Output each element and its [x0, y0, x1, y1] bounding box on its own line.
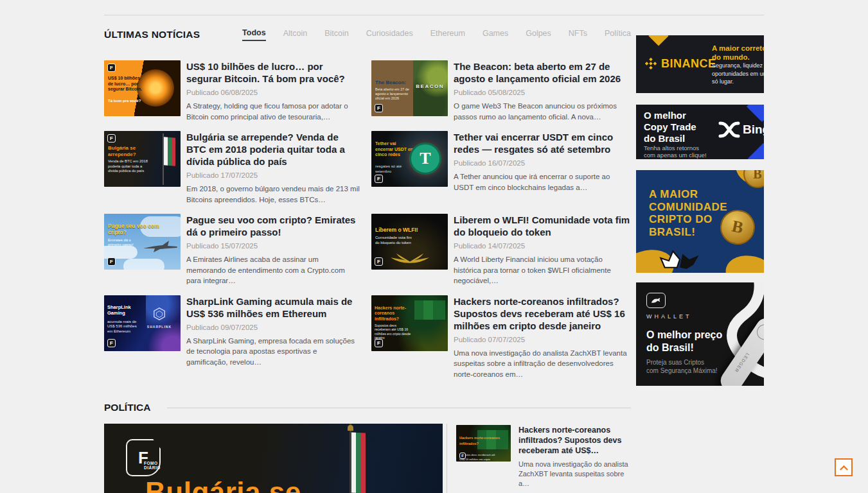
article-thumbnail[interactable]: F Liberem o WLFI! Comunidade vota fim do…	[371, 214, 448, 270]
published-date: 09/07/2025	[221, 324, 258, 331]
blue-corner-decoration	[747, 105, 764, 122]
article-published: Publicado16/07/2025	[454, 159, 631, 167]
binance-ad-banner[interactable]: BINANCE A maior corretora do mundo. Segu…	[636, 35, 764, 93]
article-excerpt: A Emirates Airlines acaba de assinar um …	[186, 254, 360, 286]
article-thumbnail[interactable]: F Hackers norte-coreanos infiltrados? Su…	[371, 295, 448, 351]
tab-altcoin[interactable]: Altcoin	[283, 29, 308, 40]
published-date: 05/08/2025	[488, 89, 526, 96]
article-title[interactable]: Hackers norte-coreanos infiltrados? Supo…	[518, 425, 631, 456]
fomo-diario-badge-icon: F	[375, 339, 383, 347]
article-thumbnail[interactable]: F Pague seu voo com cripto? Emirates dá …	[104, 214, 181, 270]
published-date: 06/08/2025	[221, 89, 258, 96]
thumb-subline: Comunidade vota fim do bloqueio do token	[375, 236, 414, 245]
politica-side-list: F Hackers norte-coreanos infiltrados? Su…	[456, 425, 631, 493]
ad-headline: CRIPTO DO	[649, 213, 727, 226]
article-thumbnail[interactable]: F US$ 10 bilhões de lucro… por segurar B…	[104, 60, 181, 116]
ad-headline: A maior corretora	[712, 44, 764, 53]
bitcoin-coin-icon: B	[743, 170, 764, 188]
thumb-headline: Liberem o WLFI!	[375, 227, 418, 233]
article-published: Publicado05/08/2025	[454, 89, 631, 96]
vertical-divider	[447, 424, 447, 493]
thumb-subline: Tá bom pra você?	[108, 99, 144, 103]
article-excerpt: O game Web3 The Beacon anunciou os próxi…	[454, 101, 631, 122]
article-thumbnail[interactable]: F SharpLink Gaming acumula mais de US$ 5…	[104, 295, 181, 351]
category-tabs: Todos Altcoin Bitcoin Curiosidades Ether…	[242, 28, 631, 41]
published-label: Publicado	[454, 159, 486, 167]
news-grid: F US$ 10 bilhões de lucro… por segurar B…	[104, 60, 631, 379]
tab-politica[interactable]: Política	[605, 29, 631, 40]
ad-headline: do Brasil!	[646, 342, 722, 354]
article-tether: F Tether vai encerrar USDT em cinco rede…	[371, 131, 631, 205]
scroll-to-top-button[interactable]	[835, 458, 853, 476]
published-date: 17/07/2025	[221, 171, 258, 179]
article-title[interactable]: Tether vai encerrar USDT em cinco redes …	[454, 131, 631, 155]
article-thumbnail[interactable]: F Hackers norte-coreanos infiltrados? Su…	[456, 425, 511, 462]
article-published: Publicado06/08/2025	[186, 89, 360, 96]
article-published: Publicado17/07/2025	[186, 171, 360, 179]
thumb-headline: Hackers norte-coreanos infiltrados?	[459, 435, 502, 446]
published-label: Publicado	[454, 89, 486, 96]
ad-body: só lugar.	[712, 78, 764, 86]
golden-eagle-icon	[389, 248, 430, 264]
flagpole-finial	[348, 425, 353, 431]
article-title[interactable]: The Beacon: beta aberto em 27 de agosto …	[454, 60, 631, 85]
fomo-diario-badge-icon: F	[107, 257, 116, 266]
crypto-community-ad-banner[interactable]: B B A MAIOR COMUNIDADE CRIPTO DO BRASIL!	[636, 170, 764, 273]
tab-nfts[interactable]: NFTs	[569, 29, 587, 40]
article-the-beacon: F The Beacon: Beta aberto em 27 de agost…	[371, 60, 631, 122]
article-thumbnail[interactable]: F The Beacon: Beta aberto em 27 de agost…	[371, 60, 448, 116]
published-label: Publicado	[186, 171, 219, 179]
bulgaria-flag-icon	[164, 137, 175, 166]
tether-coin-icon: T	[409, 143, 441, 175]
thumb-subline: Emirates dá o primeiro passo!	[108, 238, 139, 247]
ad-headline: do mundo.	[712, 53, 764, 62]
article-title[interactable]: US$ 10 bilhões de lucro… por segurar Bit…	[186, 60, 360, 85]
article-title[interactable]: Bulgária se arrepende? Venda de BTC em 2…	[186, 131, 360, 168]
politica-featured-article[interactable]: F FOMO DIÁRIO Bulgária se	[104, 424, 443, 493]
section-title-ultimas-noticias: ÚLTIMAS NOTÍCIAS	[104, 29, 200, 40]
fomo-diario-badge-icon: F	[375, 257, 383, 266]
article-published: Publicado09/07/2025	[186, 324, 360, 331]
ad-body: Tenha altos retornos	[644, 144, 707, 151]
ads-sidebar: BINANCE A maior corretora do mundo. Segu…	[636, 35, 764, 386]
binance-logo-icon	[644, 56, 658, 71]
ad-body: oportunidades em um	[712, 71, 764, 78]
thumb-subline: Venda de BTC em 2018 poderia quitar toda…	[108, 159, 148, 174]
bingx-wordmark: BingX	[743, 123, 764, 137]
published-label: Publicado	[186, 324, 219, 331]
fomo-diario-logo-icon: F	[126, 439, 161, 476]
ad-headline: O melhor preço	[646, 329, 722, 342]
gold-splash-decoration	[722, 250, 764, 273]
tab-curiosidades[interactable]: Curiosidades	[366, 29, 413, 40]
section-divider	[167, 408, 631, 408]
tab-golpes[interactable]: Golpes	[526, 29, 551, 40]
tab-bitcoin[interactable]: Bitcoin	[324, 29, 349, 40]
article-title[interactable]: SharpLink Gaming acumula mais de US$ 536…	[186, 295, 360, 320]
article-title[interactable]: Liberem o WLFI! Comunidade vota fim do b…	[454, 214, 631, 238]
ad-headline: COMUNIDADE	[649, 201, 727, 214]
whallet-ledger-ad-banner[interactable]: LEDGER WHALLET O melhor preço do Brasil!…	[636, 282, 764, 386]
article-excerpt: Uma nova investigação do analista ZachXB…	[518, 460, 631, 489]
article-wlfi: F Liberem o WLFI! Comunidade vota fim do…	[371, 214, 631, 286]
thumb-headline: Hackers norte-coreanos infiltrados?	[375, 306, 417, 322]
thumb-subline: Supostos devs receberam até US$ 16 milhõ…	[375, 324, 412, 340]
thumb-headline: SharpLink Gaming	[107, 304, 143, 316]
article-title[interactable]: Pague seu voo com cripto? Emirates dá o …	[186, 214, 360, 238]
tab-ethereum[interactable]: Ethereum	[430, 29, 465, 40]
fomo-diario-wordmark: FOMO DIÁRIO	[144, 461, 166, 470]
ledger-wordmark: LEDGER	[734, 352, 750, 374]
article-title[interactable]: Hackers norte-coreanos infiltrados? Supo…	[454, 295, 631, 332]
ad-headline: BRASIL!	[649, 226, 727, 239]
thumb-subline: acumula mais de US$ 536 milhões em Ether…	[107, 320, 142, 334]
bingx-ad-banner[interactable]: O melhor Copy Trade do Brasil Tenha alto…	[636, 105, 764, 159]
article-published: Publicado15/07/2025	[186, 242, 360, 250]
thumb-headline: US$ 10 bilhões de lucro… por segurar Bit…	[108, 76, 145, 92]
article-thumbnail[interactable]: F Tether vai encerrar USDT em cinco rede…	[371, 131, 448, 187]
sharplink-logo: SHARPLINK	[147, 307, 172, 329]
section-title-politica: POLÍTICA	[104, 402, 150, 413]
tab-games[interactable]: Games	[483, 29, 508, 40]
article-thumbnail[interactable]: F Bulgária se arrepende? Venda de BTC em…	[104, 131, 181, 187]
tab-todos[interactable]: Todos	[242, 28, 266, 41]
ad-body: Proteja suas Criptos	[646, 358, 718, 367]
published-label: Publicado	[454, 336, 486, 343]
